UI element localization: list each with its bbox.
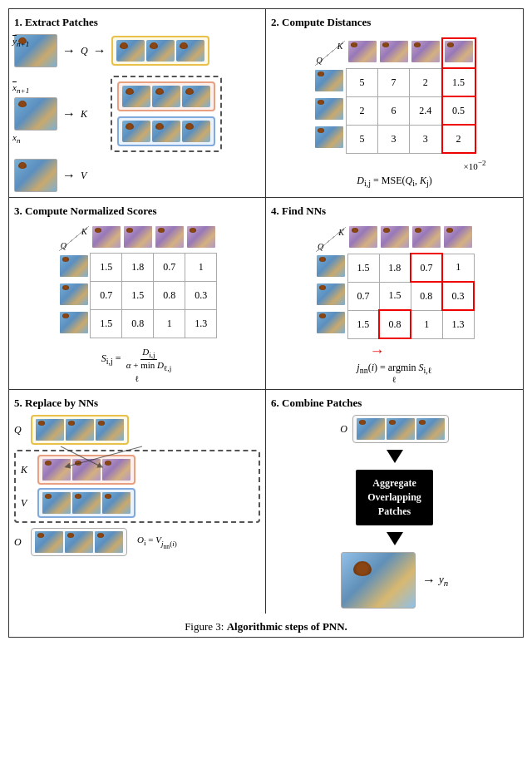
s6-yn-label: yn: [439, 573, 448, 588]
s4-00: 1.5: [347, 254, 379, 282]
s5-v1: [42, 492, 71, 514]
fraction: Di,j α + min Dℓ,j: [125, 347, 174, 372]
s5-k2: [72, 459, 101, 481]
figure-caption: Figure 3: Algorithmic steps of PNN.: [9, 614, 523, 637]
caption-bold: Algorithmic steps of PNN.: [227, 620, 347, 633]
header-k3: [411, 41, 440, 62]
d20: 5: [347, 125, 378, 153]
aggregate-box: Aggregate Overlapping Patches: [356, 470, 433, 525]
d01: 7: [378, 68, 410, 96]
s5-k-patches: [37, 455, 135, 485]
red-arrow: →: [370, 343, 385, 360]
big-down-arrow: [387, 450, 403, 463]
figure-container: 1. Extract Patches → Q →: [8, 8, 524, 638]
formula-lhs: Si,j =: [101, 352, 121, 366]
section5-title: 5. Replace by NNs: [14, 397, 260, 410]
s6-arrow-down: [387, 450, 403, 463]
s6-o1: [357, 418, 385, 440]
s6-o2: [387, 418, 415, 440]
s4-20: 1.5: [347, 310, 379, 338]
corner-slash: Q K: [315, 41, 345, 66]
s12: 0.8: [154, 282, 185, 310]
cell-combine-patches: 6. Combine Patches O Aggregat: [266, 390, 523, 613]
s03: 1: [185, 254, 217, 282]
s23: 1.3: [185, 310, 217, 338]
s5-q2: [66, 419, 94, 441]
row-x-n1: → K →: [14, 74, 260, 154]
s4-02: 0.7: [411, 254, 442, 282]
s5-q-label: Q: [14, 424, 26, 436]
s3-q3: [60, 312, 88, 333]
arrow3: →: [62, 106, 76, 121]
row-q3: [315, 126, 343, 148]
score-matrix-3: Q K 1.5 1.8 0.7 1: [57, 224, 218, 338]
d03: 1.5: [442, 68, 475, 96]
s4-11: 1.5: [379, 282, 411, 310]
arrow1: →: [62, 43, 76, 58]
s5-q3: [96, 419, 124, 441]
d23: 2: [442, 125, 475, 153]
s6-output-row: → yn: [341, 552, 448, 609]
s6-o-patches: [352, 415, 449, 443]
cell-extract-patches: 1. Extract Patches → Q →: [9, 9, 266, 198]
s4-q1: [317, 255, 345, 277]
s6-yn-label-row: → yn: [422, 573, 448, 588]
s6-o3: [416, 418, 445, 440]
s5-q-row: Q: [14, 415, 260, 445]
s3-q1: [60, 255, 88, 277]
s5-o-label: O: [14, 536, 26, 549]
d13: 0.5: [442, 96, 475, 125]
s3-hk2: [124, 226, 152, 248]
section4-title: 4. Find NNs: [271, 205, 518, 218]
d22: 3: [410, 125, 442, 153]
s00: 1.5: [91, 254, 122, 282]
s4-q3: [317, 312, 345, 333]
s11: 1.5: [122, 282, 154, 310]
s4-hk3: [412, 226, 441, 248]
cell-find-nns: 4. Find NNs Q K: [266, 198, 523, 390]
label-v: V: [81, 170, 86, 182]
score-matrix-4: Q K 1.5 1.8 0.7 1: [314, 224, 475, 339]
s4-10: 0.7: [347, 282, 379, 310]
s5-v2: [72, 492, 101, 514]
s5-o-row: O Oi = Vjnn(i): [14, 528, 260, 556]
s3-hk1: [92, 226, 121, 248]
q-patches: [111, 36, 209, 66]
row-q1: [315, 70, 343, 91]
cell-compute-distances: 2. Compute Distances Q K: [266, 9, 523, 198]
section5-content: Q K: [14, 415, 260, 556]
d10: 2: [347, 96, 378, 125]
s4-03: 1: [442, 254, 474, 282]
s21: 0.8: [122, 310, 154, 338]
row-x-n: → V: [14, 159, 260, 192]
section6-title: 6. Combine Patches: [271, 397, 518, 410]
s01: 1.8: [122, 254, 154, 282]
red-arrow-container: →: [303, 343, 486, 360]
s4-01: 1.8: [379, 254, 411, 282]
s6-arrow-right: →: [422, 573, 436, 588]
section3-content: Q K 1.5 1.8 0.7 1: [14, 223, 260, 383]
s02: 0.7: [154, 254, 185, 282]
corner-slash-4: Q K: [316, 227, 346, 252]
d21: 3: [378, 125, 410, 153]
s6-arrow-down2: [387, 532, 403, 545]
s3-q2: [60, 283, 88, 305]
header-k2: [380, 41, 408, 62]
s5-o2: [65, 531, 93, 553]
cell-replace-nns: 5. Replace by NNs Q K: [9, 390, 266, 613]
kv-patches-box: [111, 76, 222, 152]
s5-v-patches: [37, 488, 135, 518]
section2-title: 2. Compute Distances: [271, 16, 518, 29]
corner-slash-3: Q K: [59, 226, 89, 251]
header-k1: [348, 41, 377, 62]
s10: 0.7: [91, 282, 122, 310]
s20: 1.5: [91, 310, 122, 338]
section1-content: → Q → → K →: [14, 34, 260, 192]
section2-content: Q K: [271, 34, 518, 188]
s4-22: 1: [411, 310, 442, 338]
s13: 0.3: [185, 282, 217, 310]
s5-formula: Oi = Vjnn(i): [137, 535, 177, 550]
s5-v-row: V: [21, 488, 254, 518]
s5-k-label: K: [21, 464, 32, 476]
s4-23: 1.3: [442, 310, 474, 338]
